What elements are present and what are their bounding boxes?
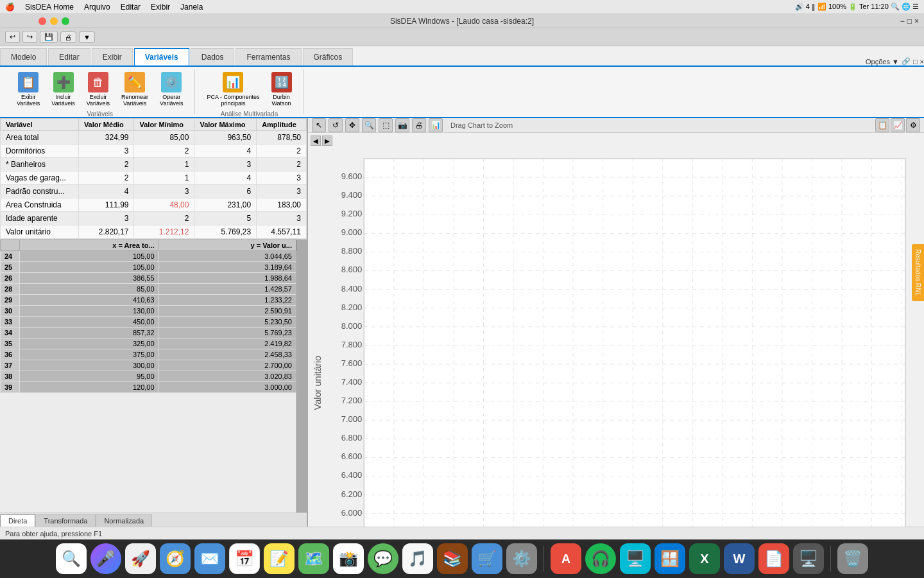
window-controls[interactable]	[38, 17, 69, 25]
dock-mail[interactable]: ✉️	[194, 543, 225, 574]
durbin-watson-button[interactable]: 🔢 DurbinWatson	[268, 71, 296, 108]
dock-excel[interactable]: X	[689, 543, 720, 574]
grid-cell: 38	[1, 371, 20, 382]
minimize-button[interactable]	[50, 17, 58, 25]
tab-editar[interactable]: Editar	[48, 48, 90, 66]
dock-rdp[interactable]: 🖥️	[793, 543, 824, 574]
grid-cell: 130,00	[20, 306, 159, 317]
move-tool[interactable]: ✥	[345, 118, 359, 132]
toolbar-dropdown[interactable]: ▼	[79, 31, 95, 43]
dock-appstore[interactable]: 🛒	[472, 543, 502, 574]
grid-cell: 95,00	[20, 371, 159, 382]
dock-messages[interactable]: 💬	[368, 543, 398, 574]
dock-autocad[interactable]: A	[551, 543, 581, 574]
dock-calendar[interactable]: 📅	[229, 543, 260, 574]
toolbar-back[interactable]: ↩	[5, 31, 20, 43]
toolbar-print[interactable]: 🖨	[60, 31, 76, 43]
tab-dados[interactable]: Dados	[191, 48, 235, 66]
excluir-variaveis-button[interactable]: 🗑 ExcluirVariáveis	[83, 71, 114, 108]
grid-cell: 26	[1, 273, 20, 284]
camera-tool[interactable]: 📷	[395, 118, 409, 132]
svg-text:8.000: 8.000	[341, 321, 363, 331]
stats-cell: 4	[78, 185, 134, 198]
win-restore-icon[interactable]: □	[907, 17, 912, 26]
opcoes-button[interactable]: Opções ▼ 🔗 □ ×	[866, 57, 924, 66]
menu-janela[interactable]: Janela	[180, 3, 203, 12]
pca-button[interactable]: 📊 PCA - Componentesprincipais	[203, 71, 263, 108]
data-tool[interactable]: 📊	[429, 118, 443, 132]
grid-cell: 105,00	[20, 262, 159, 273]
toolbar-fwd[interactable]: ↪	[22, 31, 37, 43]
dock-maps[interactable]: 🗺️	[298, 543, 329, 574]
stats-cell: 2.820,17	[78, 225, 134, 239]
tab-normalizada[interactable]: Normalizada	[96, 514, 152, 527]
exibir-variaveis-button[interactable]: 📋 ExibirVariáveis	[13, 71, 44, 108]
dock-safari[interactable]: 🧭	[160, 543, 191, 574]
stats-cell: 963,50	[194, 131, 257, 144]
grid-col-y: y = Valor u...	[158, 240, 296, 251]
tab-transformada[interactable]: Transformada	[35, 514, 96, 527]
dock-acrobat[interactable]: 📄	[758, 543, 789, 574]
svg-text:9.000: 9.000	[341, 227, 363, 237]
close-button[interactable]	[38, 17, 46, 25]
print-tool[interactable]: 🖨	[412, 118, 426, 132]
stats-cell: Padrão constru...	[1, 185, 79, 198]
grid-cell: 25	[1, 262, 20, 273]
dock-windows[interactable]: 🪟	[654, 543, 685, 574]
grid-cell: 35	[1, 338, 20, 349]
operar-variaveis-icon: ⚙️	[161, 72, 182, 92]
dock-finder[interactable]: 🔍	[56, 543, 87, 574]
main-wrapper: Variável Valor Médio Valor Mínimo Valor …	[0, 118, 924, 539]
dock-photos[interactable]: 📸	[333, 543, 364, 574]
tab-ferramentas[interactable]: Ferramentas	[235, 48, 301, 66]
svg-text:6.200: 6.200	[341, 489, 363, 499]
scrollbar-thumb[interactable]	[296, 240, 307, 512]
menu-editar[interactable]: Editar	[121, 3, 141, 12]
zoom-tool[interactable]: 🔍	[362, 118, 376, 132]
drag-chart-label: Drag Chart to Zoom	[450, 121, 513, 129]
resultados-rnl-tab[interactable]: Resultados RNL	[912, 244, 924, 301]
dock-notes[interactable]: 📝	[264, 543, 295, 574]
dock-sisdea[interactable]: 🖥️	[620, 543, 651, 574]
menu-arquivo[interactable]: Arquivo	[84, 3, 110, 12]
win-minimize-icon[interactable]: −	[900, 17, 905, 26]
win-close-icon[interactable]: ×	[914, 17, 919, 26]
right-panel-btn1[interactable]: 📋	[875, 118, 889, 132]
stats-cell: Dormitórios	[1, 144, 79, 158]
menu-sisdea-home[interactable]: SisDEA Home	[25, 3, 74, 12]
chart-nav-left[interactable]: ◀	[311, 136, 321, 146]
right-panel-btn3[interactable]: ⚙	[906, 118, 920, 132]
grid-cell: 5.230,50	[158, 317, 296, 328]
dock-itunes[interactable]: 🎵	[402, 543, 433, 574]
incluir-variaveis-button[interactable]: ➕ IncluirVariáveis	[47, 71, 78, 108]
grid-cell: 33	[1, 317, 20, 328]
stats-table-container: Variável Valor Médio Valor Mínimo Valor …	[0, 118, 307, 239]
renomear-variaveis-button[interactable]: ✏️ RenomearVariáveis	[117, 71, 152, 108]
refresh-tool[interactable]: ↺	[329, 118, 343, 132]
dock-spotify[interactable]: 🎧	[585, 543, 616, 574]
chart-nav-right[interactable]: ▶	[322, 136, 332, 146]
dock-preferences[interactable]: ⚙️	[506, 543, 537, 574]
apple-menu[interactable]: 🍎	[5, 3, 15, 12]
dock-trash[interactable]: 🗑️	[837, 543, 868, 574]
maximize-button[interactable]	[62, 17, 69, 25]
tab-modelo[interactable]: Modelo	[0, 48, 47, 66]
toolbar-save[interactable]: 💾	[40, 31, 58, 43]
data-grid-container[interactable]: x = Area to... y = Valor u... 24105,003.…	[0, 239, 307, 512]
operar-variaveis-button[interactable]: ⚙️ OperarVariáveis	[156, 71, 187, 108]
tab-variaveis[interactable]: Variáveis	[134, 48, 189, 66]
stats-cell: 4	[194, 171, 257, 185]
dock-launchpad[interactable]: 🚀	[125, 543, 156, 574]
select-tool[interactable]: ⬚	[379, 118, 393, 132]
right-panel-btn2[interactable]: 📈	[891, 118, 905, 132]
tab-exibir[interactable]: Exibir	[92, 48, 133, 66]
grid-cell: 2.590,91	[158, 306, 296, 317]
menu-exibir[interactable]: Exibir	[151, 3, 170, 12]
cursor-tool[interactable]: ↖	[312, 118, 326, 132]
dock-word[interactable]: W	[724, 543, 755, 574]
tab-direta[interactable]: Direta	[0, 514, 35, 527]
dock-books[interactable]: 📚	[437, 543, 468, 574]
tab-graficos[interactable]: Gráficos	[303, 48, 354, 66]
dock-siri[interactable]: 🎤	[90, 543, 121, 574]
system-status: 🔊 4 ‖ 📶 100% 🔋 Ter 11:20 🔍 🌐 ☰	[795, 3, 919, 11]
